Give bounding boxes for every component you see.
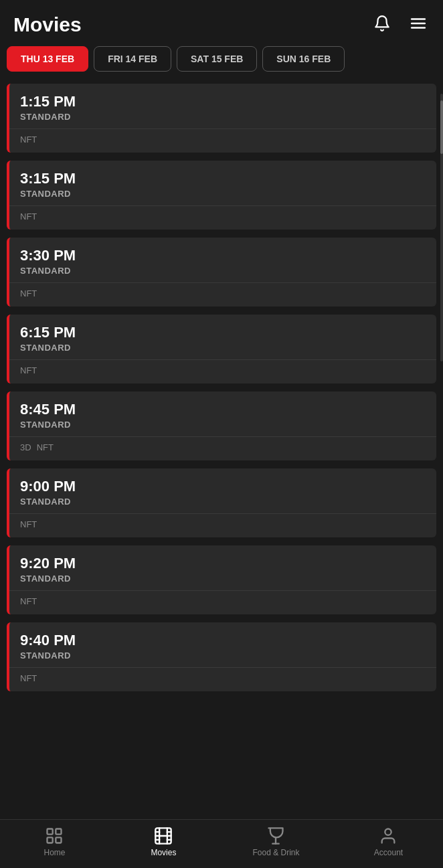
showtime-list: 1:15 PMSTANDARDNFT3:15 PMSTANDARDNFT3:30… <box>0 81 443 698</box>
movies-icon <box>154 827 173 845</box>
showtime-main-7: 9:40 PMSTANDARD <box>9 622 436 667</box>
nav-home[interactable]: Home <box>34 827 74 857</box>
showtime-type-2: STANDARD <box>20 266 426 276</box>
showtime-card-6[interactable]: 9:20 PMSTANDARDNFT <box>7 545 436 614</box>
nav-food[interactable]: Food & Drink <box>252 827 299 857</box>
showtime-card-7[interactable]: 9:40 PMSTANDARDNFT <box>7 622 436 691</box>
showtime-main-5: 9:00 PMSTANDARD <box>9 468 436 513</box>
nav-account[interactable]: Account <box>368 827 408 857</box>
showtime-type-5: STANDARD <box>20 497 426 507</box>
food-icon <box>266 827 285 845</box>
account-icon <box>379 827 397 845</box>
scrollbar-thumb <box>440 100 443 154</box>
showtime-card-2[interactable]: 3:30 PMSTANDARDNFT <box>7 238 436 307</box>
showtime-type-0: STANDARD <box>20 112 426 122</box>
showtime-time-1: 3:15 PM <box>20 170 426 187</box>
showtime-time-5: 9:00 PM <box>20 478 426 495</box>
tag-nft: NFT <box>37 442 54 452</box>
showtime-type-6: STANDARD <box>20 574 426 584</box>
showtime-tags-0: NFT <box>9 128 436 153</box>
tag-nft: NFT <box>20 211 37 222</box>
nav-account-label: Account <box>374 848 403 857</box>
tag-nft: NFT <box>20 288 37 298</box>
showtime-type-1: STANDARD <box>20 189 426 199</box>
bottom-navigation: Home Movies Food & Drink <box>0 819 443 868</box>
header-actions <box>371 12 430 37</box>
showtime-tags-7: NFT <box>9 667 436 691</box>
svg-rect-3 <box>48 829 53 835</box>
showtime-time-3: 6:15 PM <box>20 324 426 341</box>
bell-icon <box>373 15 391 32</box>
showtime-time-6: 9:20 PM <box>20 555 426 572</box>
showtime-time-0: 1:15 PM <box>20 93 426 110</box>
date-tab-1[interactable]: FRI 14 FEB <box>94 46 171 72</box>
tag-3d: 3D <box>20 442 31 452</box>
nav-home-label: Home <box>43 848 65 857</box>
notification-button[interactable] <box>371 12 393 37</box>
page-title: Movies <box>13 13 82 36</box>
showtime-card-0[interactable]: 1:15 PMSTANDARDNFT <box>7 84 436 153</box>
showtime-main-1: 3:15 PMSTANDARD <box>9 161 436 205</box>
showtime-tags-3: NFT <box>9 359 436 383</box>
date-tab-bar: THU 13 FEBFRI 14 FEBSAT 15 FEBSUN 16 FEB <box>0 46 443 81</box>
showtime-time-4: 8:45 PM <box>20 401 426 418</box>
svg-rect-5 <box>48 837 53 843</box>
showtime-type-3: STANDARD <box>20 343 426 353</box>
hamburger-icon <box>410 15 427 32</box>
nav-food-label: Food & Drink <box>252 848 299 857</box>
showtime-main-6: 9:20 PMSTANDARD <box>9 545 436 590</box>
menu-button[interactable] <box>407 12 430 37</box>
showtime-time-2: 3:30 PM <box>20 247 426 264</box>
date-tab-0[interactable]: THU 13 FEB <box>7 46 88 72</box>
tag-nft: NFT <box>20 365 37 375</box>
svg-point-17 <box>385 829 391 835</box>
nav-movies-label: Movies <box>151 848 176 857</box>
showtime-tags-1: NFT <box>9 205 436 230</box>
nav-movies[interactable]: Movies <box>143 827 183 857</box>
showtime-card-3[interactable]: 6:15 PMSTANDARDNFT <box>7 315 436 383</box>
showtime-type-7: STANDARD <box>20 650 426 661</box>
showtime-tags-5: NFT <box>9 513 436 537</box>
header: Movies <box>0 0 443 46</box>
date-tab-2[interactable]: SAT 15 FEB <box>177 46 257 72</box>
tag-nft: NFT <box>20 673 37 683</box>
showtime-card-1[interactable]: 3:15 PMSTANDARDNFT <box>7 161 436 230</box>
showtime-main-4: 8:45 PMSTANDARD <box>9 392 436 436</box>
scrollbar-track <box>440 94 443 361</box>
svg-rect-6 <box>56 837 62 843</box>
showtime-tags-2: NFT <box>9 282 436 307</box>
showtime-main-3: 6:15 PMSTANDARD <box>9 315 436 359</box>
showtime-main-0: 1:15 PMSTANDARD <box>9 84 436 128</box>
showtime-card-5[interactable]: 9:00 PMSTANDARDNFT <box>7 468 436 537</box>
showtime-tags-6: NFT <box>9 590 436 614</box>
showtime-main-2: 3:30 PMSTANDARD <box>9 238 436 282</box>
tag-nft: NFT <box>20 135 37 145</box>
showtime-type-4: STANDARD <box>20 420 426 430</box>
tag-nft: NFT <box>20 519 37 529</box>
tag-nft: NFT <box>20 596 37 606</box>
svg-rect-4 <box>56 829 62 835</box>
showtime-tags-4: 3DNFT <box>9 436 436 460</box>
home-icon <box>45 827 64 845</box>
showtime-card-4[interactable]: 8:45 PMSTANDARD3DNFT <box>7 392 436 460</box>
showtime-time-7: 9:40 PM <box>20 632 426 649</box>
date-tab-3[interactable]: SUN 16 FEB <box>262 46 345 72</box>
